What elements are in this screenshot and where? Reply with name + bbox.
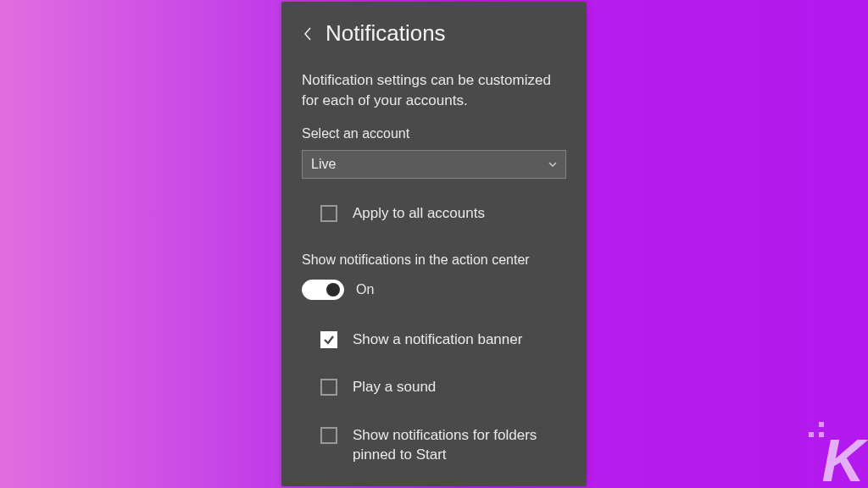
action-center-toggle-state: On [356,282,374,297]
sound-checkbox[interactable] [320,379,337,396]
notifications-settings-panel: Notifications Notification settings can … [281,2,587,486]
account-select[interactable]: Live [302,150,566,179]
banner-row: Show a notification banner [302,330,566,350]
folders-row: Show notifications for folders pinned to… [302,426,566,465]
banner-label: Show a notification banner [353,330,522,350]
background-gradient: Notifications Notification settings can … [0,0,868,488]
account-select-label: Select an account [302,126,566,141]
watermark-logo: K [809,422,861,485]
apply-all-label: Apply to all accounts [353,204,485,224]
account-select-value: Live [311,157,548,172]
back-icon[interactable] [302,25,314,43]
sound-label: Play a sound [353,378,436,397]
action-center-label: Show notifications in the action center [302,252,566,268]
apply-all-checkbox[interactable] [320,205,337,222]
folders-checkbox[interactable] [320,427,337,444]
page-title: Notifications [326,20,446,47]
check-icon [323,334,335,346]
apply-all-row: Apply to all accounts [302,204,566,224]
action-center-toggle[interactable] [302,280,344,300]
panel-header: Notifications [302,20,566,47]
watermark-dots-icon [809,422,826,439]
watermark-letter: K [821,437,861,485]
toggle-knob [326,283,340,297]
settings-description: Notification settings can be customized … [302,70,566,111]
action-center-toggle-row: On [302,280,566,300]
sound-row: Play a sound [302,378,566,397]
chevron-down-icon [548,160,557,169]
banner-checkbox[interactable] [320,331,337,348]
folders-label: Show notifications for folders pinned to… [353,426,566,465]
